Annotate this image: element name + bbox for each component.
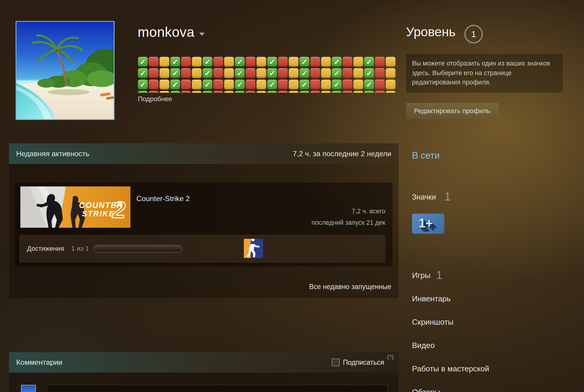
emoji-red-square-icon [343, 68, 352, 78]
emoji-check-icon: ✓ [332, 57, 342, 67]
emoji-yellow-square-icon [321, 91, 331, 93]
subscribe-checkbox[interactable] [332, 358, 340, 366]
emoji-check-icon: ✓ [203, 91, 212, 93]
emoji-yellow-square-icon [386, 91, 396, 93]
emoji-yellow-square-icon [386, 68, 396, 78]
emoji-check-icon: ✓ [267, 80, 277, 89]
game-total-playtime: 7,2 ч. всего [352, 208, 385, 215]
subscribe-toggle[interactable]: Подписаться [332, 358, 384, 367]
emoji-yellow-square-icon [159, 80, 169, 89]
level-badge: 1 [464, 25, 483, 43]
recent-activity-section: Недавняя активность 7,2 ч. за последние … [9, 143, 399, 298]
emoji-check-icon: ✓ [170, 57, 180, 67]
comments-title: Комментарии [16, 358, 62, 367]
help-icon[interactable]: (?) [387, 354, 394, 360]
comment-input[interactable] [47, 385, 388, 392]
emoji-red-square-icon [181, 80, 191, 89]
emoji-check-icon: ✓ [235, 91, 245, 93]
years-badge-icon[interactable]: 1+ [412, 214, 444, 234]
emoji-yellow-square-icon [353, 80, 363, 89]
emoji-check-icon: ✓ [267, 91, 277, 93]
all-recent-link[interactable]: Все недавно запущенные [309, 283, 391, 291]
emoji-yellow-square-icon [224, 57, 234, 67]
emoji-yellow-square-icon [386, 57, 396, 67]
game-capsule-image[interactable]: COUNTER STRIKE 2 [20, 186, 130, 228]
emoji-red-square-icon [246, 57, 256, 67]
emoji-check-icon: ✓ [299, 68, 309, 78]
emoji-wall: ✓✓✓✓✓✓✓✓✓✓✓✓✓✓✓✓✓✓✓✓✓✓✓✓✓✓✓✓✓✓✓✓ [138, 57, 396, 93]
achievement-icon[interactable] [244, 239, 263, 258]
game-row: COUNTER STRIKE 2 Counter-Strike 2 7,2 ч.… [15, 183, 393, 266]
sidebar-item-screenshots[interactable]: Скриншоты [412, 317, 538, 341]
emoji-check-icon: ✓ [332, 80, 342, 89]
emoji-red-square-icon [181, 91, 191, 93]
emoji-red-square-icon [278, 91, 288, 93]
emoji-yellow-square-icon [353, 91, 363, 93]
sidebar-item-workshop[interactable]: Работы в мастерской [412, 364, 538, 388]
achievements-progress-text: 1 из 1 [71, 245, 89, 253]
subscribe-label: Подписаться [343, 358, 384, 367]
sidebar-item-videos[interactable]: Видео [412, 341, 538, 364]
username-text: monkova [138, 24, 194, 40]
emoji-red-square-icon [375, 57, 385, 67]
emoji-check-icon: ✓ [332, 68, 342, 78]
emoji-yellow-square-icon [224, 68, 234, 78]
emoji-yellow-square-icon [256, 57, 266, 67]
emoji-red-square-icon [343, 57, 352, 67]
sidebar-item-label: Игры [412, 271, 430, 280]
emoji-red-square-icon [246, 80, 256, 89]
emoji-check-icon: ✓ [203, 57, 212, 67]
emoji-check-icon: ✓ [299, 80, 309, 89]
sidebar-item-inventory[interactable]: Инвентарь [412, 294, 538, 317]
comments-section: Комментарии Подписаться (?) [9, 352, 399, 392]
online-status: В сети [412, 150, 440, 161]
emoji-check-icon: ✓ [267, 68, 277, 78]
emoji-yellow-square-icon [289, 80, 299, 89]
svg-text:2: 2 [112, 197, 125, 223]
emoji-check-icon: ✓ [299, 57, 309, 67]
sidebar-item-count: 1 [436, 269, 442, 282]
game-last-played: последний запуск 21 дек [311, 219, 385, 227]
level-label: Уровень [406, 25, 456, 39]
details-link[interactable]: Подробнее [138, 95, 172, 103]
emoji-yellow-square-icon [192, 57, 202, 67]
emoji-check-icon: ✓ [235, 68, 245, 78]
badges-count: 1 [444, 190, 451, 203]
emoji-yellow-square-icon [321, 80, 331, 89]
emoji-row: ✓✓✓✓✓✓✓✓ [138, 80, 396, 89]
game-title[interactable]: Counter-Strike 2 [136, 195, 190, 203]
sidebar-menu: Игры1ИнвентарьСкриншотыВидеоРаботы в мас… [412, 271, 538, 392]
emoji-check-icon: ✓ [203, 68, 212, 78]
sidebar-item-label: Видео [412, 341, 435, 350]
emoji-red-square-icon [213, 91, 223, 93]
emoji-check-icon: ✓ [170, 80, 180, 89]
emoji-red-square-icon [278, 80, 288, 89]
edit-profile-button[interactable]: Редактировать профиль [406, 103, 498, 119]
achievements-strip: Достижения 1 из 1 [19, 235, 385, 263]
emoji-row: ✓✓✓✓✓✓✓✓ [138, 91, 396, 93]
emoji-check-icon: ✓ [364, 80, 374, 89]
emoji-yellow-square-icon [159, 68, 169, 78]
sidebar-item-reviews[interactable]: Обзоры [412, 388, 538, 392]
emoji-red-square-icon [310, 80, 320, 89]
emoji-red-square-icon [343, 80, 352, 89]
emoji-red-square-icon [310, 68, 320, 78]
beach-avatar-image [16, 22, 114, 119]
sidebar-item-label: Скриншоты [412, 317, 454, 327]
emoji-yellow-square-icon [256, 68, 266, 78]
emoji-yellow-square-icon [289, 91, 299, 93]
emoji-yellow-square-icon [353, 57, 363, 67]
emoji-red-square-icon [246, 91, 256, 93]
username-dropdown[interactable]: monkova [138, 24, 205, 40]
badges-link[interactable]: Значки 1 [412, 190, 451, 203]
emoji-red-square-icon [310, 57, 320, 67]
achievements-label: Достижения [27, 245, 64, 253]
emoji-red-square-icon [278, 68, 288, 78]
emoji-check-icon: ✓ [138, 68, 148, 78]
sidebar-item-games[interactable]: Игры1 [412, 271, 538, 294]
emoji-check-icon: ✓ [235, 57, 245, 67]
badge-hint-box: Вы можете отобразить один из ваших значк… [406, 54, 563, 92]
sidebar-item-label: Обзоры [412, 388, 440, 392]
emoji-check-icon: ✓ [364, 57, 374, 67]
emoji-check-icon: ✓ [332, 91, 342, 93]
